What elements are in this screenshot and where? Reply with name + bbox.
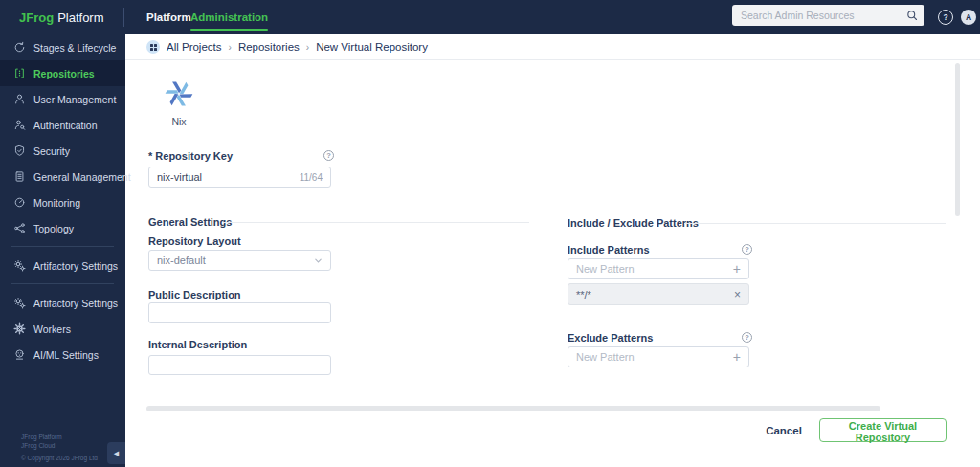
repository-key-help-icon[interactable]: ?	[323, 150, 334, 161]
user-avatar[interactable]: A	[961, 10, 976, 25]
logo-product: Platform	[57, 11, 103, 25]
help-button[interactable]: ?	[938, 10, 953, 25]
sidebar-item-aiml-settings[interactable]: AI/ML Settings	[0, 342, 125, 367]
project-icon[interactable]	[146, 40, 160, 54]
topbar: JFrog Platform Platform Administration ?…	[0, 0, 980, 34]
gauge-icon	[13, 196, 26, 209]
collapse-arrow-icon: ◀	[114, 450, 119, 457]
help-glyph: ?	[745, 245, 749, 254]
vertical-scrollbar[interactable]	[955, 63, 960, 216]
exclude-patterns-label: Exclude Patterns	[568, 332, 653, 344]
sidebar-collapse-button[interactable]: ◀	[107, 442, 125, 464]
include-pattern-value: **/*	[576, 289, 591, 300]
sidebar-item-label: General Management	[33, 171, 131, 183]
sidebar-item-label: Stages & Lifecycle	[33, 42, 116, 54]
help-glyph: ?	[326, 151, 331, 160]
footer-copyright: © Copyright 2026 JFrog Ltd	[21, 454, 98, 462]
logo-brand: JFrog	[19, 11, 54, 25]
sidebar-item-artifactory-settings-1[interactable]: Artifactory Settings	[0, 253, 125, 278]
sidebar-item-workers[interactable]: Workers	[0, 316, 125, 342]
tab-platform[interactable]: Platform	[146, 0, 191, 34]
section-divider	[684, 223, 946, 224]
sidebar-item-label: User Management	[33, 94, 116, 105]
repositories-icon	[13, 67, 26, 79]
include-patterns-help-icon[interactable]: ?	[742, 244, 752, 255]
include-pattern-field: +	[568, 258, 749, 279]
repository-key-field: 11/64	[148, 167, 331, 188]
worker-gear-icon	[13, 322, 26, 335]
sidebar-item-label: Monitoring	[33, 197, 80, 209]
sidebar-item-label: Artifactory Settings	[33, 260, 118, 272]
sidebar-item-general-management[interactable]: General Management	[0, 164, 125, 189]
sidebar-item-topology[interactable]: Topology	[0, 215, 125, 241]
jfrog-admin-screen: JFrog Platform Platform Administration ?…	[0, 0, 980, 467]
breadcrumb: All Projects › Repositories › New Virtua…	[125, 34, 980, 60]
add-include-pattern-button[interactable]: +	[733, 262, 748, 276]
jfrog-logo[interactable]: JFrog Platform	[19, 0, 104, 34]
sidebar-divider	[11, 283, 114, 284]
sidebar-item-label: Security	[33, 145, 70, 157]
search-input[interactable]	[732, 10, 906, 21]
tab-platform-label: Platform	[146, 11, 191, 23]
sidebar-item-label: Topology	[33, 223, 74, 234]
sidebar-item-label: Artifactory Settings	[33, 298, 118, 309]
breadcrumb-separator: ›	[229, 42, 232, 53]
package-type-tile: Nix	[165, 79, 193, 127]
sidebar-item-stages-lifecycle[interactable]: Stages & Lifecycle	[0, 34, 125, 60]
main-content: All Projects › Repositories › New Virtua…	[125, 34, 980, 467]
internal-description-label: Internal Description	[148, 339, 247, 350]
cancel-button[interactable]: Cancel	[757, 419, 811, 442]
exclude-pattern-field: +	[568, 346, 749, 367]
public-description-label: Public Description	[148, 289, 241, 300]
breadcrumb-current-page: New Virtual Repository	[316, 41, 428, 53]
public-description-field	[148, 302, 331, 323]
shield-check-icon	[13, 145, 26, 157]
repository-key-input[interactable]	[149, 171, 300, 183]
lifecycle-icon	[13, 41, 26, 54]
internal-description-input[interactable]	[149, 360, 330, 371]
internal-description-field	[148, 355, 331, 375]
public-description-input[interactable]	[149, 307, 330, 319]
sidebar-item-artifactory-settings-2[interactable]: Artifactory Settings	[0, 290, 125, 316]
include-pattern-input[interactable]	[568, 263, 733, 275]
sidebar-item-monitoring[interactable]: Monitoring	[0, 189, 125, 215]
sidebar-item-user-management[interactable]: User Management	[0, 86, 125, 112]
sidebar-divider	[11, 246, 114, 247]
char-counter: 11/64	[300, 172, 330, 183]
admin-search-box	[732, 5, 924, 26]
sidebar-item-repositories[interactable]: Repositories	[0, 60, 125, 86]
horizontal-scrollbar[interactable]	[146, 406, 880, 411]
breadcrumb-separator: ›	[306, 42, 309, 53]
package-type-name: Nix	[165, 116, 193, 127]
topbar-divider	[123, 8, 124, 27]
include-patterns-label: Include Patterns	[568, 244, 650, 256]
create-virtual-repository-button[interactable]: Create Virtual Repository	[819, 418, 947, 442]
remove-pattern-button[interactable]: ×	[734, 289, 741, 300]
sidebar-footer: JFrog Platform JFrog Cloud © Copyright 2…	[21, 433, 98, 462]
gears-icon	[13, 259, 26, 272]
chevron-down-icon	[314, 256, 323, 265]
tab-administration[interactable]: Administration	[190, 0, 268, 34]
repository-layout-value: nix-default	[157, 255, 206, 266]
help-glyph: ?	[745, 333, 749, 342]
sidebar-item-label: Repositories	[33, 68, 95, 79]
sidebar-item-security[interactable]: Security	[0, 138, 125, 164]
breadcrumb-repositories[interactable]: Repositories	[238, 41, 300, 53]
add-exclude-pattern-button[interactable]: +	[733, 350, 748, 364]
breadcrumb-all-projects[interactable]: All Projects	[167, 41, 222, 53]
exclude-pattern-input[interactable]	[568, 351, 733, 363]
footer-platform-label: JFrog Platform	[21, 433, 98, 441]
search-icon	[906, 10, 918, 21]
repository-layout-label: Repository Layout	[148, 235, 241, 247]
general-settings-title: General Settings	[148, 216, 232, 228]
sidebar-item-label: AI/ML Settings	[33, 349, 99, 361]
help-icon: ?	[943, 12, 947, 22]
topology-icon	[13, 222, 26, 234]
exclude-patterns-help-icon[interactable]: ?	[742, 332, 752, 343]
sidebar-item-authentication[interactable]: Authentication	[0, 112, 125, 138]
repository-layout-select[interactable]: nix-default	[148, 250, 331, 271]
user-key-icon	[13, 119, 26, 131]
sidebar: Stages & Lifecycle Repositories User Man…	[0, 34, 125, 467]
footer-cloud-label: JFrog Cloud	[21, 441, 98, 450]
sidebar-item-label: Workers	[33, 323, 71, 335]
